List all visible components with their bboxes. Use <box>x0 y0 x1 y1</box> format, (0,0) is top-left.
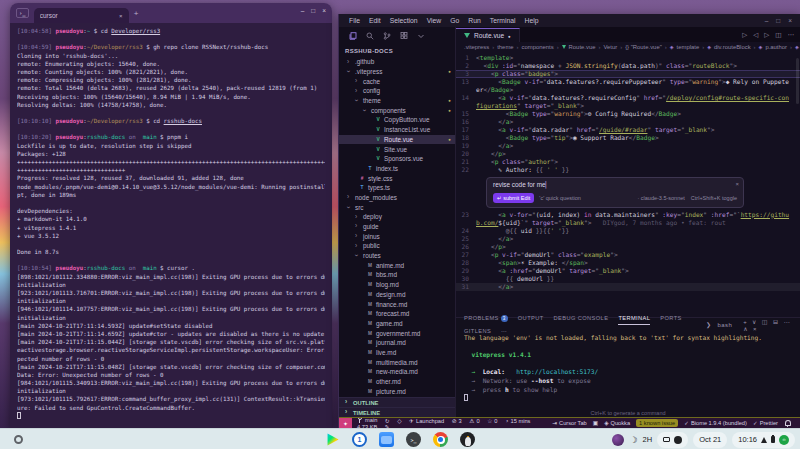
code-editor[interactable]: 1 <template> 2 <div :id="namespace + JSO… <box>456 52 800 317</box>
tree-item[interactable]: cache <box>339 76 455 86</box>
notification-app-avatar[interactable] <box>612 434 624 446</box>
menu-item[interactable]: Help <box>524 17 538 24</box>
tree-item[interactable]: node_modules <box>339 193 455 203</box>
editor-action-icon[interactable]: ▷ <box>764 31 769 39</box>
editor-action-icon[interactable]: ◫ <box>775 31 781 39</box>
tree-item[interactable]: InstanceList.vue <box>339 125 455 135</box>
breadcrumb-item[interactable]: p.author <box>765 44 787 50</box>
tree-item[interactable]: design.md <box>339 290 455 300</box>
panel-tab[interactable]: OUTPUT <box>518 312 544 325</box>
terminal-maximize-icon[interactable]: □ <box>311 7 315 14</box>
shelf-app-icon[interactable] <box>379 432 394 447</box>
notification-pill[interactable] <box>657 432 688 448</box>
tree-item[interactable]: deploy <box>339 212 455 222</box>
tree-item[interactable]: theme <box>339 96 455 106</box>
menu-item[interactable]: Selection <box>390 17 418 24</box>
menu-item[interactable]: File <box>349 17 360 24</box>
shelf-app-icon[interactable] <box>352 432 367 447</box>
explorer-section-header[interactable]: RSSHUB-DOCS <box>339 45 455 57</box>
terminal-tab-close-icon[interactable]: × <box>119 13 123 19</box>
tree-item[interactable]: types.ts <box>339 183 455 193</box>
tree-item[interactable]: guide <box>339 222 455 232</box>
tree-item[interactable]: bbs.md <box>339 270 455 280</box>
breadcrumb-item[interactable]: components <box>522 44 554 50</box>
source-control-icon[interactable] <box>383 32 391 40</box>
tree-item[interactable]: new-media.md <box>339 367 455 377</box>
status-item[interactable]: ⊘3 <box>452 418 462 424</box>
files-icon[interactable] <box>349 32 357 40</box>
status-item[interactable]: ✓Biome 1.9.4 (bundled) <box>684 420 747 426</box>
status-item[interactable]: ▣ <box>593 420 598 426</box>
editor-action-icon[interactable]: ⋯ <box>788 31 795 39</box>
tree-item[interactable]: multimedia.md <box>339 357 455 367</box>
breadcrumb-item[interactable]: theme <box>497 44 513 50</box>
shelf-app-icon[interactable] <box>406 432 421 447</box>
search-icon[interactable] <box>366 32 374 40</box>
breadcrumb-item[interactable]: Route.vue <box>569 44 596 50</box>
status-item[interactable]: ✓Prettier <box>753 420 778 426</box>
menu-item[interactable]: Go <box>450 17 459 24</box>
panel-action-icon[interactable]: ◫ <box>762 319 768 325</box>
tree-item[interactable]: picture.md <box>339 386 455 396</box>
panel-tab[interactable]: PROBLEMS3 <box>464 312 508 325</box>
status-item[interactable]: ☆0 <box>487 418 497 424</box>
terminal-output[interactable]: [10:04:58] pseudoyu:~ $ cd Developer/rss… <box>10 23 332 428</box>
tree-item[interactable]: CopyButton.vue <box>339 115 455 125</box>
tree-item[interactable]: .github <box>339 57 455 67</box>
editor-tab[interactable]: Route.vue <box>456 28 520 42</box>
tree-item[interactable]: public <box>339 241 455 251</box>
tree-item[interactable]: joinus <box>339 231 455 241</box>
tree-item[interactable]: .vitepress <box>339 67 455 77</box>
tree-item[interactable]: Route.vue <box>339 135 455 145</box>
status-item[interactable] <box>784 420 790 427</box>
status-item[interactable]: main <box>357 417 377 423</box>
tree-item[interactable]: game.md <box>339 319 455 329</box>
status-item[interactable]: ◔15 mins <box>505 418 530 424</box>
model-selector[interactable]: · claude-3.5-sonnet <box>637 194 684 202</box>
tree-item[interactable]: journal.md <box>339 338 455 348</box>
submit-edit-button[interactable]: ↵ submit Edit <box>493 193 534 203</box>
breadcrumb-item[interactable]: .vitepress <box>464 44 489 50</box>
panel-action-icon[interactable]: ∨ <box>752 319 757 325</box>
shell-label[interactable]: bash <box>718 322 733 328</box>
shelf-app-icon[interactable] <box>460 432 475 447</box>
tree-item[interactable]: other.md <box>339 377 455 387</box>
editor-action-icon[interactable]: ▷ <box>742 31 747 39</box>
chevron-down-icon[interactable] <box>417 32 425 40</box>
integrated-terminal[interactable]: The language 'env' is not loaded, fallin… <box>456 331 800 417</box>
status-item[interactable]: ⇥Cursor Tab <box>552 420 586 426</box>
tree-item[interactable]: style.css <box>339 173 455 183</box>
shelf-app-icon[interactable] <box>325 432 340 447</box>
panel-action-icon[interactable]: ⋯ <box>783 319 789 325</box>
menu-item[interactable]: Terminal <box>490 17 516 24</box>
vscode-minimize-icon[interactable]: – <box>765 17 769 24</box>
tree-item[interactable]: Site.vue <box>339 144 455 154</box>
remote-indicator[interactable]: ✦ <box>339 418 352 428</box>
tree-item[interactable]: live.md <box>339 348 455 358</box>
tree-item[interactable]: anime.md <box>339 260 455 270</box>
status-item[interactable]: ⚠0 <box>469 418 479 424</box>
tree-item[interactable]: Sponsors.vue <box>339 154 455 164</box>
tree-item[interactable]: routes <box>339 251 455 261</box>
vscode-maximize-icon[interactable]: □ <box>776 17 780 24</box>
tree-item[interactable]: index.ts <box>339 164 455 174</box>
tree-item[interactable]: forecast.md <box>339 309 455 319</box>
status-item[interactable]: 1 known issue <box>636 419 678 427</box>
extensions-icon[interactable] <box>400 32 408 40</box>
terminal-tab[interactable]: cursor × <box>34 8 129 23</box>
modified-dot-icon[interactable] <box>508 32 511 39</box>
breadcrumb-item[interactable]: Vetur <box>603 44 617 50</box>
breadcrumb-item[interactable]: {} "Route.vue" <box>625 44 662 50</box>
shelf-app-icon[interactable] <box>433 432 448 447</box>
ai-prompt-input[interactable]: revise code for me▏ <box>493 181 737 189</box>
panel-tab[interactable]: DEBUG CONSOLE <box>554 312 609 325</box>
breadcrumb-item[interactable]: template <box>677 44 700 50</box>
status-item[interactable]: ◇ <box>397 418 401 424</box>
sidebar-view-header[interactable]: OUTLINE <box>339 397 455 407</box>
sidebar-view-header[interactable]: TIMELINE <box>339 407 455 417</box>
panel-tab[interactable]: TERMINAL <box>618 312 650 325</box>
tree-item[interactable]: config <box>339 86 455 96</box>
menu-item[interactable]: View <box>427 17 442 24</box>
tree-item[interactable]: blog.md <box>339 280 455 290</box>
editor-scrollbar[interactable] <box>796 58 799 104</box>
